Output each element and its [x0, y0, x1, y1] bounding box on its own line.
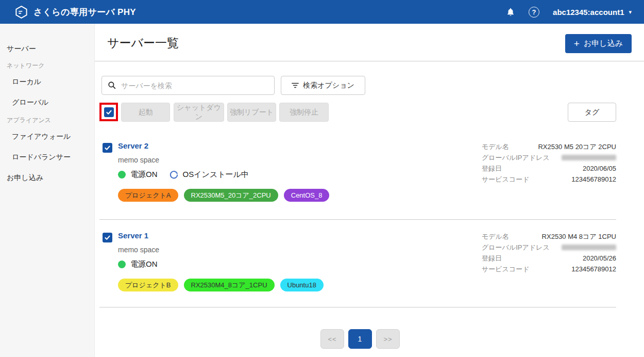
sidebar: サーバー ネットワーク ローカル グローバル アプライアンス ファイアウォール …	[0, 24, 95, 357]
sidebar-item-servers[interactable]: サーバー	[7, 44, 36, 54]
os-status-label: OSインストール中	[183, 170, 249, 180]
detail-label: 登録日	[482, 254, 502, 263]
detail-row: サービスコード 123456789012	[482, 174, 616, 185]
tag-button[interactable]: タグ	[568, 103, 616, 122]
detail-label: サービスコード	[482, 265, 530, 274]
detail-value: 123456789012	[571, 265, 616, 273]
tag-chip[interactable]: Ubuntu18	[280, 279, 324, 291]
main-content: サーバー一覧 + お申し込み 検索オプション 起動 シャットダウン 強制リブート…	[95, 24, 644, 357]
tag-chip[interactable]: プロジェクトB	[118, 279, 178, 291]
detail-label: グローバルIPアドレス	[482, 153, 550, 163]
detail-label: サービスコード	[482, 175, 530, 184]
check-icon	[106, 109, 112, 116]
detail-value: RX2530 M5 20コア 2CPU	[538, 142, 616, 152]
detail-label: グローバルIPアドレス	[482, 243, 550, 252]
sidebar-item-firewall[interactable]: ファイアウォール	[12, 132, 71, 141]
detail-row: グローバルIPアドレス	[482, 242, 616, 253]
pagination-prev-button[interactable]: <<	[320, 329, 344, 349]
select-all-checkbox[interactable]	[104, 107, 114, 117]
search-box	[101, 76, 275, 95]
detail-label: モデル名	[482, 142, 509, 152]
server-row: Server 1 memo space 電源ON プロジェクトB RX2530M…	[95, 229, 644, 317]
account-name: abc12345:account1	[553, 8, 624, 17]
server-name-link[interactable]: Server 1	[118, 231, 148, 240]
sidebar-section-appliance: アプライアンス	[7, 116, 51, 125]
signup-button[interactable]: + お申し込み	[565, 34, 632, 53]
annotation-highlight-red-box	[99, 103, 118, 121]
detail-value: RX2530 M4 8コア 1CPU	[542, 232, 616, 241]
detail-row: サービスコード 123456789012	[482, 264, 616, 274]
detail-value: 2020/05/26	[583, 254, 616, 262]
signup-button-label: お申し込み	[584, 39, 623, 48]
detail-row: 登録日 2020/06/05	[482, 163, 616, 174]
server-checkbox[interactable]	[103, 143, 112, 153]
account-menu[interactable]: abc12345:account1 ▾	[553, 8, 632, 17]
power-status-label: 電源ON	[130, 259, 158, 269]
chevron-down-icon: ▾	[629, 9, 632, 15]
search-input[interactable]	[101, 76, 275, 95]
sidebar-item-global[interactable]: グローバル	[12, 98, 48, 107]
row-divider	[99, 219, 616, 220]
detail-row: 登録日 2020/05/26	[482, 253, 616, 264]
server-memo: memo space	[118, 246, 159, 254]
sidebar-item-loadbalancer[interactable]: ロードバランサー	[12, 153, 71, 162]
pagination-next-button[interactable]: >>	[376, 329, 400, 349]
detail-label: モデル名	[482, 232, 509, 241]
force-stop-button[interactable]: 強制停止	[279, 103, 329, 122]
pagination: << 1 >>	[320, 329, 400, 349]
server-row: Server 2 memo space 電源ON OSインストール中 プロジェク…	[95, 139, 644, 227]
sidebar-item-local[interactable]: ローカル	[12, 77, 41, 87]
check-icon	[104, 144, 111, 151]
power-on-status-icon	[118, 171, 126, 178]
search-icon	[107, 80, 116, 90]
force-reboot-button[interactable]: 強制リブート	[227, 103, 276, 122]
notification-bell-icon[interactable]	[506, 7, 515, 17]
shutdown-button[interactable]: シャットダウン	[174, 103, 224, 122]
server-status-row: 電源ON OSインストール中	[118, 168, 249, 181]
sidebar-item-signup[interactable]: お申し込み	[7, 173, 43, 183]
os-install-spinner-icon	[169, 170, 179, 180]
server-tags: プロジェクトB RX2530M4_8コア_1CPU Ubuntu18	[118, 279, 324, 291]
search-options-label: 検索オプション	[303, 81, 354, 90]
tag-chip[interactable]: RX2530M5_20コア_2CPU	[184, 189, 278, 202]
tag-chip[interactable]: プロジェクトA	[118, 189, 178, 202]
server-details: モデル名 RX2530 M4 8コア 1CPU グローバルIPアドレス 登録日 …	[482, 231, 616, 274]
server-tags: プロジェクトA RX2530M5_20コア_2CPU CentOS_8	[118, 189, 329, 202]
server-status-row: 電源ON	[118, 258, 158, 270]
global-ip-redacted-value	[562, 245, 616, 250]
server-name-link[interactable]: Server 2	[118, 141, 148, 150]
check-icon	[104, 234, 111, 241]
detail-value: 123456789012	[571, 175, 616, 183]
power-status-label: 電源ON	[130, 170, 158, 180]
detail-row: グローバルIPアドレス	[482, 152, 616, 163]
plus-icon: +	[574, 39, 580, 48]
topbar-right: ? abc12345:account1 ▾	[506, 7, 632, 18]
filter-icon	[292, 82, 299, 89]
power-on-button[interactable]: 起動	[121, 103, 170, 122]
global-ip-redacted-value	[562, 155, 616, 160]
server-details: モデル名 RX2530 M5 20コア 2CPU グローバルIPアドレス 登録日…	[482, 141, 616, 185]
detail-value: 2020/06/05	[583, 165, 616, 172]
help-icon[interactable]: ?	[529, 7, 539, 18]
server-checkbox[interactable]	[103, 233, 112, 242]
row-divider	[99, 307, 616, 307]
detail-row: モデル名 RX2530 M5 20コア 2CPU	[482, 141, 616, 152]
tag-chip[interactable]: CentOS_8	[284, 189, 330, 202]
brand-logo-icon	[14, 5, 28, 19]
search-options-button[interactable]: 検索オプション	[281, 76, 365, 95]
detail-row: モデル名 RX2530 M4 8コア 1CPU	[482, 231, 616, 242]
header-divider	[95, 61, 644, 61]
tag-chip[interactable]: RX2530M4_8コア_1CPU	[184, 279, 275, 291]
topbar: さくらの専用サーバ PHY ? abc12345:account1 ▾	[0, 0, 644, 24]
detail-label: 登録日	[482, 164, 502, 173]
page-title: サーバー一覧	[107, 35, 179, 51]
pagination-page-1-button[interactable]: 1	[348, 329, 372, 349]
power-on-status-icon	[118, 261, 126, 268]
brand-title: さくらの専用サーバ PHY	[33, 6, 136, 18]
brand[interactable]: さくらの専用サーバ PHY	[14, 5, 136, 19]
server-memo: memo space	[118, 156, 159, 164]
sidebar-section-network: ネットワーク	[7, 61, 44, 70]
